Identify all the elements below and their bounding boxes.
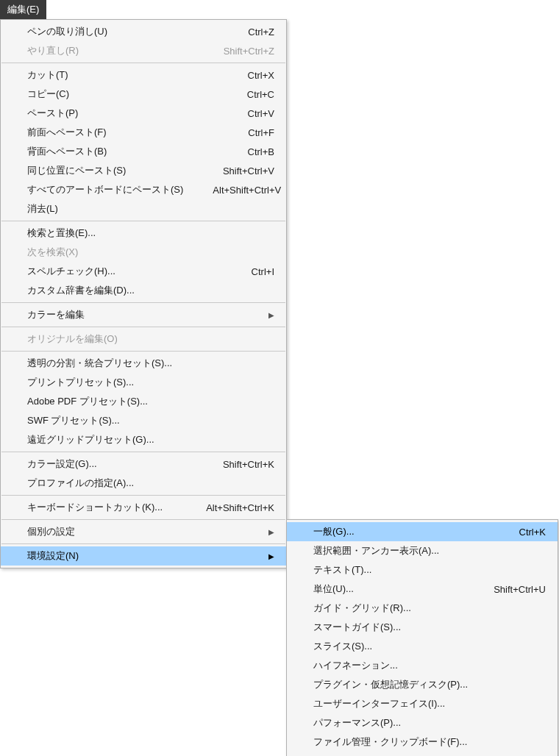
menu-item-label: 消去(L) xyxy=(27,202,274,215)
edit-menu-item[interactable]: 透明の分割・統合プリセット(S)... xyxy=(1,354,286,373)
edit-menu-item[interactable]: 遠近グリッドプリセット(G)... xyxy=(1,430,286,449)
edit-menu-item[interactable]: プロファイルの指定(A)... xyxy=(1,474,286,493)
menu-item-label: ユーザーインターフェイス(I)... xyxy=(313,697,546,710)
menu-separator xyxy=(1,519,285,520)
menu-item-shortcut: Alt+Shift+Ctrl+V xyxy=(213,185,281,196)
preferences-item[interactable]: 一般(G)...Ctrl+K xyxy=(287,522,558,541)
edit-menu-item[interactable]: 前面へペースト(F)Ctrl+F xyxy=(1,123,286,142)
menu-item-label: プリントプリセット(S)... xyxy=(27,376,274,389)
menu-item-label: カスタム辞書を編集(D)... xyxy=(27,284,274,297)
menu-item-shortcut: Shift+Ctrl+K xyxy=(223,459,274,470)
preferences-item[interactable]: 選択範囲・アンカー表示(A)... xyxy=(287,541,558,560)
menu-separator xyxy=(1,327,285,327)
edit-menu-item: オリジナルを編集(O) xyxy=(1,329,286,349)
edit-menu-item[interactable]: ペンの取り消し(U)Ctrl+Z xyxy=(1,22,286,41)
menu-item-label: 環境設定(N) xyxy=(27,549,261,563)
preferences-item[interactable]: プラグイン・仮想記憶ディスク(P)... xyxy=(287,675,558,694)
menu-item-shortcut: Ctrl+V xyxy=(248,108,274,119)
menu-item-label: 遠近グリッドプリセット(G)... xyxy=(27,433,274,446)
menu-item-label: 一般(G)... xyxy=(313,525,490,538)
edit-menu-item: 次を検索(X) xyxy=(1,243,286,262)
menu-item-label: カラー設定(G)... xyxy=(27,457,193,471)
preferences-item[interactable]: スライス(S)... xyxy=(287,637,558,656)
menu-item-label: スライス(S)... xyxy=(313,640,546,653)
menu-item-label: スマートガイド(S)... xyxy=(313,621,546,634)
menu-separator xyxy=(1,302,285,303)
edit-menu-item[interactable]: Adobe PDF プリセット(S)... xyxy=(1,392,286,411)
menu-item-label: ハイフネーション... xyxy=(313,659,546,672)
menu-item-label: 背面へペースト(B) xyxy=(27,145,218,158)
menu-item-label: カット(T) xyxy=(27,68,218,82)
preferences-item[interactable]: ユーザーインターフェイス(I)... xyxy=(287,694,558,713)
edit-menu-item[interactable]: キーボードショートカット(K)...Alt+Shift+Ctrl+K xyxy=(1,498,286,517)
menu-separator xyxy=(1,543,285,544)
menu-item-label: スペルチェック(H)... xyxy=(27,265,222,278)
edit-menu-item[interactable]: カスタム辞書を編集(D)... xyxy=(1,281,286,300)
menu-item-label: プラグイン・仮想記憶ディスク(P)... xyxy=(313,678,546,691)
preferences-item[interactable]: ブラックのアピアランス(B)... xyxy=(287,752,558,756)
edit-menu-item[interactable]: カラー設定(G)...Shift+Ctrl+K xyxy=(1,454,286,474)
menu-item-shortcut: Ctrl+X xyxy=(248,70,274,81)
menu-item-shortcut: Ctrl+K xyxy=(519,527,546,538)
preferences-item[interactable]: テキスト(T)... xyxy=(287,560,558,580)
menu-item-label: Adobe PDF プリセット(S)... xyxy=(27,395,274,408)
menu-item-label: 前面へペースト(F) xyxy=(27,126,218,139)
preferences-item[interactable]: ハイフネーション... xyxy=(287,656,558,675)
edit-menu-item: やり直し(R)Shift+Ctrl+Z xyxy=(1,41,286,60)
menu-item-shortcut: Ctrl+I xyxy=(252,266,274,277)
chevron-right-icon: ▶ xyxy=(261,311,274,319)
menu-item-label: テキスト(T)... xyxy=(313,563,546,577)
edit-menu-item[interactable]: ペースト(P)Ctrl+V xyxy=(1,104,286,123)
edit-menu-item[interactable]: 消去(L) xyxy=(1,199,286,218)
preferences-item[interactable]: ファイル管理・クリップボード(F)... xyxy=(287,732,558,752)
menu-item-shortcut: Shift+Ctrl+Z xyxy=(224,46,274,57)
menu-item-shortcut: Shift+Ctrl+U xyxy=(494,584,546,595)
menu-item-label: パフォーマンス(P)... xyxy=(313,716,546,730)
edit-menu-item[interactable]: 個別の設定▶ xyxy=(1,522,286,541)
edit-menu-item[interactable]: コピー(C)Ctrl+C xyxy=(1,85,286,104)
menu-item-label: すべてのアートボードにペースト(S) xyxy=(27,183,183,196)
menu-item-label: カラーを編集 xyxy=(27,308,261,321)
menu-separator xyxy=(1,221,285,221)
edit-menu-item[interactable]: 同じ位置にペースト(S)Shift+Ctrl+V xyxy=(1,161,286,180)
menu-item-label: やり直し(R) xyxy=(27,44,194,57)
edit-menu-item[interactable]: 背面へペースト(B)Ctrl+B xyxy=(1,142,286,161)
menu-item-shortcut: Ctrl+F xyxy=(248,127,274,138)
menu-separator xyxy=(1,351,285,352)
menu-item-label: ガイド・グリッド(R)... xyxy=(313,602,546,615)
menu-item-shortcut: Alt+Shift+Ctrl+K xyxy=(206,502,274,513)
preferences-item[interactable]: スマートガイド(S)... xyxy=(287,618,558,637)
menu-separator xyxy=(1,495,285,496)
menu-item-label: 次を検索(X) xyxy=(27,246,274,259)
menu-item-label: 同じ位置にペースト(S) xyxy=(27,164,193,177)
menu-item-label: ファイル管理・クリップボード(F)... xyxy=(313,735,546,749)
menu-separator xyxy=(1,63,285,63)
menu-item-label: コピー(C) xyxy=(27,88,218,101)
menu-item-label: ペースト(P) xyxy=(27,107,218,120)
preferences-item[interactable]: 単位(U)...Shift+Ctrl+U xyxy=(287,580,558,599)
preferences-item[interactable]: ガイド・グリッド(R)... xyxy=(287,599,558,618)
edit-menu-item[interactable]: スペルチェック(H)...Ctrl+I xyxy=(1,262,286,281)
edit-menu-item[interactable]: すべてのアートボードにペースト(S)Alt+Shift+Ctrl+V xyxy=(1,180,286,199)
edit-menu-item[interactable]: 環境設定(N)▶ xyxy=(1,546,286,566)
menu-item-label: 単位(U)... xyxy=(313,582,464,596)
menu-item-label: 検索と置換(E)... xyxy=(27,227,274,240)
edit-menu-dropdown: ペンの取り消し(U)Ctrl+Zやり直し(R)Shift+Ctrl+Zカット(T… xyxy=(0,19,287,568)
preferences-submenu: 一般(G)...Ctrl+K選択範囲・アンカー表示(A)...テキスト(T)..… xyxy=(286,519,558,756)
edit-menu-item[interactable]: カラーを編集▶ xyxy=(1,305,286,324)
preferences-item[interactable]: パフォーマンス(P)... xyxy=(287,713,558,732)
menu-item-shortcut: Shift+Ctrl+V xyxy=(223,165,274,176)
menu-item-shortcut: Ctrl+C xyxy=(247,89,274,100)
edit-menu-item[interactable]: プリントプリセット(S)... xyxy=(1,373,286,392)
menu-item-label: SWF プリセット(S)... xyxy=(27,414,274,427)
menu-item-label: プロファイルの指定(A)... xyxy=(27,477,274,490)
menu-item-label: オリジナルを編集(O) xyxy=(27,332,274,346)
chevron-right-icon: ▶ xyxy=(261,552,274,560)
edit-menu-item[interactable]: 検索と置換(E)... xyxy=(1,224,286,243)
menu-separator xyxy=(1,452,285,452)
edit-menu-item[interactable]: カット(T)Ctrl+X xyxy=(1,65,286,85)
menu-item-label: ペンの取り消し(U) xyxy=(27,25,218,38)
menu-item-shortcut: Ctrl+Z xyxy=(248,26,274,38)
edit-menu-item[interactable]: SWF プリセット(S)... xyxy=(1,411,286,430)
edit-menu-button[interactable]: 編集(E) xyxy=(0,0,46,19)
